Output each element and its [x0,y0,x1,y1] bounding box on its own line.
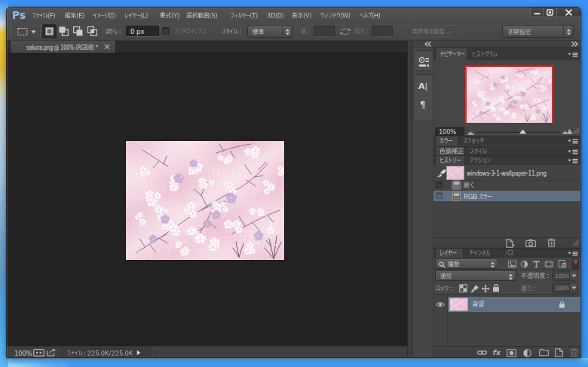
nav-zoom-in-icon[interactable] [562,128,573,135]
nav-resize-grip[interactable] [573,127,580,134]
panel-icon-group: A|¶ [415,74,433,121]
document-tab[interactable]: sakura.png @ 100% (RGB/8) * [10,41,116,53]
history-source-thumbnail[interactable] [447,167,464,179]
paragraph-panel-icon[interactable]: ¶ [420,99,426,110]
nav-zoom-out-icon[interactable] [467,130,475,136]
menu-item-3d[interactable] [267,12,284,20]
panel-menu-icon[interactable] [568,139,578,144]
feather-input[interactable]: 0 px [126,26,159,37]
lock-position-icon[interactable] [481,284,490,293]
style-dropdown[interactable] [247,26,292,38]
link-layers-icon[interactable] [477,350,487,356]
history-state-rgb[interactable] [433,191,581,201]
layer-row-background[interactable] [448,297,581,312]
menu-item-type[interactable] [160,12,180,20]
new-layer-icon[interactable] [555,348,563,357]
tab-paths[interactable] [501,249,519,258]
tab-close-icon[interactable] [104,44,110,50]
width-input[interactable] [314,26,335,37]
navigator-preview[interactable] [465,66,553,123]
anti-alias-checkbox[interactable] [162,27,170,35]
nav-slider-thumb[interactable] [519,129,527,134]
history-state-open[interactable] [433,180,581,191]
refine-edge-button[interactable] [402,25,462,38]
tab-adjustments-label [439,148,464,155]
delete-layer-icon[interactable] [570,348,578,357]
canvas-image-sakura[interactable] [126,141,284,260]
history-brush-icon[interactable] [436,169,447,178]
canvas-pasteboard[interactable] [7,53,407,346]
tab-actions[interactable] [466,156,496,165]
menu-item-layer[interactable] [124,12,149,20]
layer-filter-dropdown[interactable] [435,258,498,269]
swap-dimensions-icon[interactable] [339,27,351,36]
menu-item-image[interactable] [93,12,116,20]
add-to-selection-button[interactable] [57,24,71,38]
panel-menu-icon[interactable] [568,251,578,256]
blend-mode-dropdown[interactable] [435,271,516,281]
collapse-right-icon[interactable] [571,41,578,47]
intersect-selection-button[interactable] [85,24,100,38]
layers-panel-tabs [433,248,581,258]
status-share-icon[interactable] [47,348,56,356]
maximize-button[interactable] [544,8,557,17]
tab-histogram[interactable] [468,48,501,60]
tab-layers[interactable] [435,249,464,258]
opacity-dropdown[interactable]: 100% [552,271,578,281]
tab-history[interactable] [435,156,465,165]
panel-menu-icon[interactable] [568,149,578,154]
history-source-row[interactable]: windows-3-1-wallpaper-11.png [433,166,581,180]
character-panel-icon[interactable]: A| [418,81,427,91]
tab-swatches[interactable] [459,136,495,145]
filter-type-layers-icon[interactable] [532,260,540,268]
lock-all-icon[interactable] [492,283,500,292]
status-preview-icon[interactable] [33,349,44,356]
tool-preset-button[interactable] [17,26,36,37]
menu-item-window[interactable] [320,12,351,20]
filter-adjustment-layers-icon[interactable] [520,260,528,268]
new-document-from-state-icon[interactable] [505,239,515,248]
new-selection-button[interactable] [42,24,57,38]
menu-item-edit[interactable] [65,12,85,20]
properties-panel-icon[interactable] [418,56,430,68]
menu-item-select[interactable] [186,12,218,20]
tab-color[interactable] [435,136,458,145]
tab-navigator[interactable] [435,48,468,60]
history-state-open-label [464,182,474,189]
add-layer-mask-icon[interactable] [507,349,516,357]
fill-dropdown[interactable]: 100% [552,283,578,293]
panel-menu-icon[interactable] [568,52,578,57]
tab-channels[interactable] [465,249,500,258]
history-state-checkbox[interactable] [436,182,443,188]
filter-pixel-layers-icon[interactable] [508,260,517,268]
panel-menu-icon[interactable] [568,158,578,164]
filter-smart-objects-icon[interactable] [558,259,566,268]
document-tab-bar: sakura.png @ 100% (RGB/8) * [7,41,407,53]
workspace-dropdown[interactable] [502,26,574,38]
minimize-button[interactable] [530,8,544,17]
layer-filter-toggle[interactable] [572,258,579,269]
lock-transparent-icon[interactable] [459,284,467,292]
subtract-from-selection-button[interactable] [71,24,85,38]
height-input[interactable] [372,26,393,37]
filter-shape-layers-icon[interactable] [544,260,553,268]
menu-item-file[interactable] [32,12,56,20]
layer-style-fx-icon[interactable]: fx [492,348,500,356]
menu-item-filter[interactable] [230,12,259,20]
new-group-icon[interactable] [539,349,549,356]
menu-item-help[interactable] [360,12,381,20]
new-adjustment-layer-icon[interactable] [523,349,531,357]
layer-visibility-eye-icon[interactable] [436,301,445,307]
opacity-label [521,272,550,280]
delete-state-icon[interactable] [547,238,556,247]
layer-thumbnail[interactable] [450,298,467,310]
menu-item-view[interactable] [292,12,312,20]
panel-resize-grip[interactable] [572,240,579,246]
status-popup-icon[interactable] [136,350,141,356]
status-zoom-value[interactable]: 100% [14,350,32,357]
new-snapshot-icon[interactable] [525,239,536,247]
lock-pixels-icon[interactable] [470,284,479,293]
close-button[interactable] [557,8,581,17]
collapse-left-icon[interactable] [424,41,432,47]
history-state-checkbox[interactable] [436,192,443,199]
